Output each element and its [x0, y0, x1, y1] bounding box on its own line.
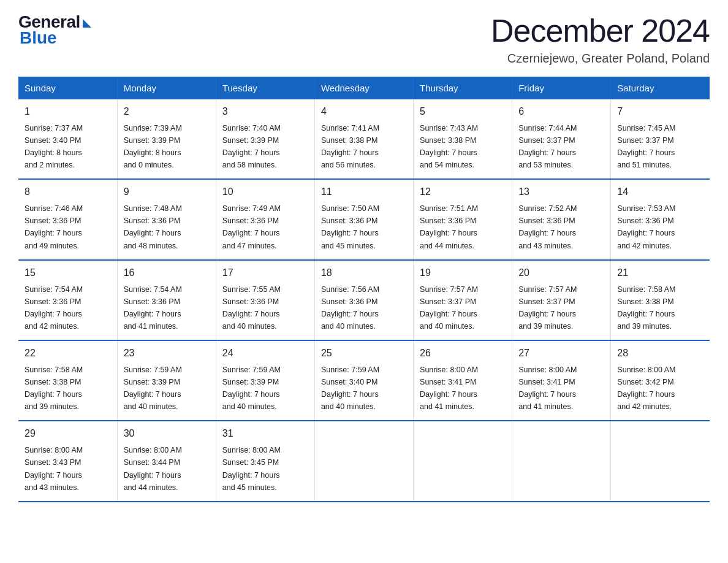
day-info: Sunrise: 8:00 AMSunset: 3:45 PMDaylight:…: [222, 446, 281, 491]
col-friday: Friday: [512, 77, 611, 99]
table-row: 5 Sunrise: 7:43 AMSunset: 3:38 PMDayligh…: [414, 99, 512, 179]
day-info: Sunrise: 7:50 AMSunset: 3:36 PMDaylight:…: [321, 204, 379, 250]
calendar-table: Sunday Monday Tuesday Wednesday Thursday…: [18, 77, 710, 502]
day-number: 16: [124, 266, 210, 281]
day-info: Sunrise: 7:48 AMSunset: 3:36 PMDaylight:…: [124, 204, 182, 250]
table-row: 4 Sunrise: 7:41 AMSunset: 3:38 PMDayligh…: [314, 99, 413, 179]
logo: General Blue: [18, 12, 91, 48]
table-row: 12 Sunrise: 7:51 AMSunset: 3:36 PMDaylig…: [414, 179, 512, 259]
table-row: 18 Sunrise: 7:56 AMSunset: 3:36 PMDaylig…: [314, 260, 413, 340]
day-number: 9: [124, 185, 210, 200]
table-row: 26 Sunrise: 8:00 AMSunset: 3:41 PMDaylig…: [414, 340, 512, 421]
day-number: 17: [222, 266, 308, 281]
table-row: [414, 421, 512, 501]
day-info: Sunrise: 7:40 AMSunset: 3:39 PMDaylight:…: [222, 124, 281, 169]
day-number: 31: [222, 426, 308, 442]
day-info: Sunrise: 7:53 AMSunset: 3:36 PMDaylight:…: [617, 204, 675, 250]
day-number: 7: [617, 104, 703, 120]
table-row: 24 Sunrise: 7:59 AMSunset: 3:39 PMDaylig…: [216, 340, 314, 421]
table-row: 15 Sunrise: 7:54 AMSunset: 3:36 PMDaylig…: [18, 260, 117, 340]
title-section: December 2024 Czerniejewo, Greater Polan…: [491, 12, 710, 66]
day-number: 2: [124, 104, 210, 120]
day-info: Sunrise: 7:56 AMSunset: 3:36 PMDaylight:…: [321, 285, 379, 331]
table-row: 22 Sunrise: 7:58 AMSunset: 3:38 PMDaylig…: [18, 340, 117, 421]
table-row: 9 Sunrise: 7:48 AMSunset: 3:36 PMDayligh…: [117, 179, 216, 259]
table-row: 8 Sunrise: 7:46 AMSunset: 3:36 PMDayligh…: [18, 179, 117, 259]
day-number: 10: [222, 185, 308, 200]
calendar-header-row: Sunday Monday Tuesday Wednesday Thursday…: [18, 77, 710, 99]
col-sunday: Sunday: [18, 77, 117, 99]
day-number: 19: [420, 266, 506, 281]
day-number: 22: [25, 346, 111, 361]
day-number: 29: [25, 426, 111, 442]
day-info: Sunrise: 7:58 AMSunset: 3:38 PMDaylight:…: [617, 285, 675, 331]
table-row: 14 Sunrise: 7:53 AMSunset: 3:36 PMDaylig…: [611, 179, 710, 259]
day-number: 3: [222, 104, 308, 120]
day-number: 26: [420, 346, 506, 361]
month-title: December 2024: [491, 12, 710, 49]
day-info: Sunrise: 7:52 AMSunset: 3:36 PMDaylight:…: [518, 204, 577, 250]
day-info: Sunrise: 7:49 AMSunset: 3:36 PMDaylight:…: [222, 204, 281, 250]
day-number: 4: [321, 104, 407, 120]
logo-arrow-icon: [83, 19, 91, 28]
day-number: 20: [518, 266, 604, 281]
day-info: Sunrise: 7:51 AMSunset: 3:36 PMDaylight:…: [420, 204, 478, 250]
day-info: Sunrise: 7:55 AMSunset: 3:36 PMDaylight:…: [222, 285, 281, 331]
day-number: 21: [617, 266, 703, 281]
day-info: Sunrise: 8:00 AMSunset: 3:42 PMDaylight:…: [617, 366, 675, 411]
week-row-3: 15 Sunrise: 7:54 AMSunset: 3:36 PMDaylig…: [18, 260, 710, 340]
day-number: 23: [124, 346, 210, 361]
day-info: Sunrise: 7:43 AMSunset: 3:38 PMDaylight:…: [420, 124, 478, 169]
day-number: 28: [617, 346, 703, 361]
day-number: 12: [420, 185, 506, 200]
week-row-2: 8 Sunrise: 7:46 AMSunset: 3:36 PMDayligh…: [18, 179, 710, 259]
week-row-5: 29 Sunrise: 8:00 AMSunset: 3:43 PMDaylig…: [18, 421, 710, 501]
day-info: Sunrise: 7:44 AMSunset: 3:37 PMDaylight:…: [518, 124, 577, 169]
table-row: 25 Sunrise: 7:59 AMSunset: 3:40 PMDaylig…: [314, 340, 413, 421]
day-info: Sunrise: 7:46 AMSunset: 3:36 PMDaylight:…: [25, 204, 83, 250]
day-info: Sunrise: 8:00 AMSunset: 3:41 PMDaylight:…: [420, 366, 478, 411]
day-info: Sunrise: 7:59 AMSunset: 3:39 PMDaylight:…: [124, 366, 182, 411]
day-info: Sunrise: 8:00 AMSunset: 3:43 PMDaylight:…: [25, 446, 83, 491]
col-tuesday: Tuesday: [216, 77, 314, 99]
location: Czerniejewo, Greater Poland, Poland: [491, 52, 710, 66]
table-row: 10 Sunrise: 7:49 AMSunset: 3:36 PMDaylig…: [216, 179, 314, 259]
table-row: 23 Sunrise: 7:59 AMSunset: 3:39 PMDaylig…: [117, 340, 216, 421]
table-row: 6 Sunrise: 7:44 AMSunset: 3:37 PMDayligh…: [512, 99, 611, 179]
day-info: Sunrise: 7:39 AMSunset: 3:39 PMDaylight:…: [124, 124, 182, 169]
table-row: 13 Sunrise: 7:52 AMSunset: 3:36 PMDaylig…: [512, 179, 611, 259]
col-monday: Monday: [117, 77, 216, 99]
day-number: 30: [124, 426, 210, 442]
col-wednesday: Wednesday: [314, 77, 413, 99]
table-row: 2 Sunrise: 7:39 AMSunset: 3:39 PMDayligh…: [117, 99, 216, 179]
day-number: 24: [222, 346, 308, 361]
table-row: 29 Sunrise: 8:00 AMSunset: 3:43 PMDaylig…: [18, 421, 117, 501]
day-number: 1: [25, 104, 111, 120]
week-row-1: 1 Sunrise: 7:37 AMSunset: 3:40 PMDayligh…: [18, 99, 710, 179]
day-number: 18: [321, 266, 407, 281]
day-number: 13: [518, 185, 604, 200]
day-info: Sunrise: 7:45 AMSunset: 3:37 PMDaylight:…: [617, 124, 675, 169]
day-info: Sunrise: 7:58 AMSunset: 3:38 PMDaylight:…: [25, 366, 83, 411]
page-header: General Blue December 2024 Czerniejewo, …: [18, 12, 710, 66]
day-info: Sunrise: 7:57 AMSunset: 3:37 PMDaylight:…: [420, 285, 478, 331]
logo-blue-text: Blue: [20, 28, 57, 48]
day-info: Sunrise: 7:37 AMSunset: 3:40 PMDaylight:…: [25, 124, 83, 169]
day-info: Sunrise: 8:00 AMSunset: 3:41 PMDaylight:…: [518, 366, 577, 411]
day-number: 27: [518, 346, 604, 361]
day-info: Sunrise: 7:59 AMSunset: 3:39 PMDaylight:…: [222, 366, 281, 411]
day-info: Sunrise: 7:57 AMSunset: 3:37 PMDaylight:…: [518, 285, 577, 331]
table-row: 30 Sunrise: 8:00 AMSunset: 3:44 PMDaylig…: [117, 421, 216, 501]
table-row: 27 Sunrise: 8:00 AMSunset: 3:41 PMDaylig…: [512, 340, 611, 421]
table-row: [314, 421, 413, 501]
table-row: 17 Sunrise: 7:55 AMSunset: 3:36 PMDaylig…: [216, 260, 314, 340]
day-number: 15: [25, 266, 111, 281]
day-info: Sunrise: 7:41 AMSunset: 3:38 PMDaylight:…: [321, 124, 379, 169]
table-row: [611, 421, 710, 501]
day-info: Sunrise: 7:59 AMSunset: 3:40 PMDaylight:…: [321, 366, 379, 411]
day-info: Sunrise: 7:54 AMSunset: 3:36 PMDaylight:…: [25, 285, 83, 331]
day-number: 11: [321, 185, 407, 200]
day-info: Sunrise: 8:00 AMSunset: 3:44 PMDaylight:…: [124, 446, 182, 491]
week-row-4: 22 Sunrise: 7:58 AMSunset: 3:38 PMDaylig…: [18, 340, 710, 421]
day-info: Sunrise: 7:54 AMSunset: 3:36 PMDaylight:…: [124, 285, 182, 331]
